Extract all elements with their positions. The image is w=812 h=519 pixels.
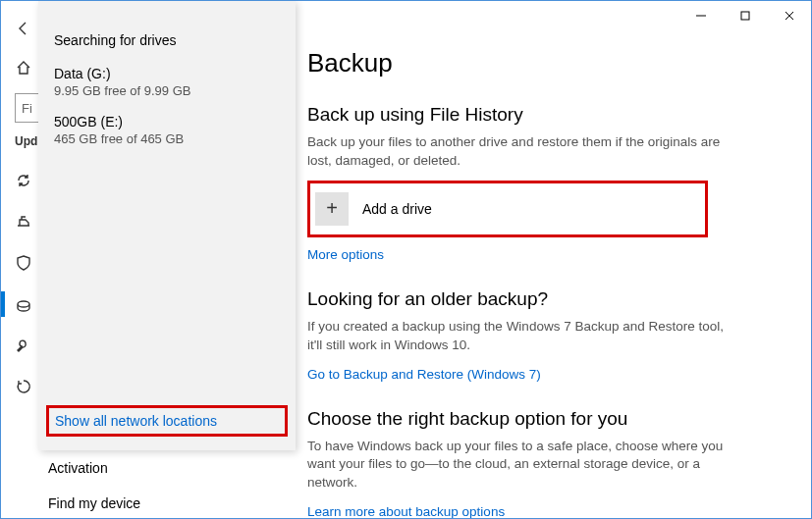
add-drive-button[interactable]: + Add a drive — [315, 188, 700, 230]
maximize-button[interactable] — [723, 1, 767, 30]
show-network-locations-link[interactable]: Show all network locations — [55, 413, 217, 429]
section-heading: Looking for an older backup? — [307, 288, 801, 310]
minimize-button[interactable] — [678, 1, 723, 30]
drive-option[interactable]: 500GB (E:) 465 GB free of 465 GB — [54, 114, 280, 146]
more-options-link[interactable]: More options — [307, 247, 384, 262]
nav-label: Find my device — [48, 495, 140, 511]
search-placeholder: Fi — [22, 101, 32, 116]
drive-freespace: 465 GB free of 465 GB — [54, 131, 280, 146]
drive-freespace: 9.95 GB free of 9.99 GB — [54, 83, 280, 98]
main-content: Backup Back up using File History Back u… — [307, 11, 801, 518]
highlight-box: + Add a drive — [307, 181, 708, 237]
nav-label: Activation — [48, 460, 108, 476]
learn-more-link[interactable]: Learn more about backup options — [307, 504, 505, 519]
section-description: To have Windows back up your files to a … — [307, 438, 730, 493]
section-file-history: Back up using File History Back up your … — [307, 104, 801, 263]
drive-option[interactable]: Data (G:) 9.95 GB free of 9.99 GB — [54, 66, 280, 98]
section-description: If you created a backup using the Window… — [307, 318, 730, 355]
backup-restore-link[interactable]: Go to Backup and Restore (Windows 7) — [307, 367, 541, 382]
drive-name: 500GB (E:) — [54, 114, 280, 130]
highlight-box: Show all network locations — [46, 405, 288, 437]
window-controls — [678, 1, 811, 30]
plus-icon: + — [315, 192, 349, 226]
drive-name: Data (G:) — [54, 66, 280, 81]
section-heading: Choose the right backup option for you — [307, 408, 801, 430]
section-heading: Back up using File History — [307, 104, 801, 126]
drive-flyout: Searching for drives Data (G:) 9.95 GB f… — [38, 1, 296, 450]
close-button[interactable] — [767, 1, 811, 30]
flyout-heading: Searching for drives — [54, 32, 280, 48]
section-description: Back up your files to another drive and … — [307, 133, 730, 171]
section-older-backup: Looking for an older backup? If you crea… — [307, 288, 801, 383]
svg-rect-1 — [741, 12, 749, 20]
add-drive-label: Add a drive — [362, 201, 432, 217]
section-choose-backup: Choose the right backup option for you T… — [307, 408, 801, 519]
page-title: Backup — [307, 48, 801, 78]
